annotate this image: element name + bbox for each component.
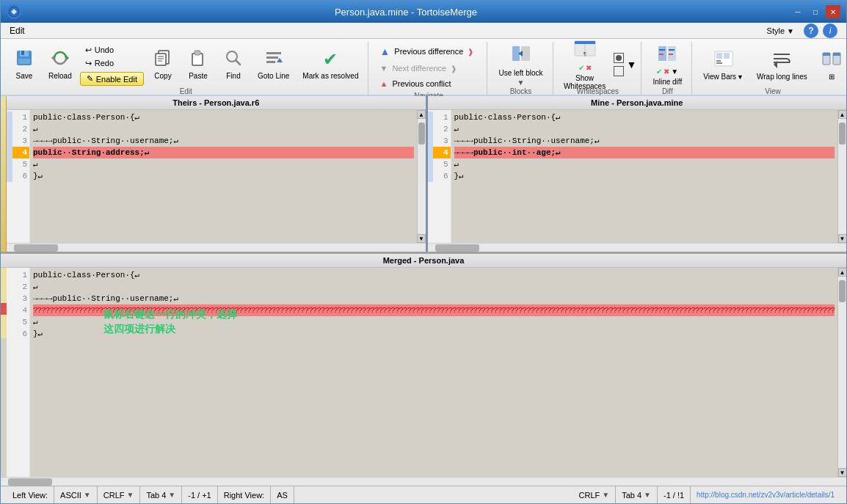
svg-rect-16 (266, 52, 281, 54)
status-left-line-endings[interactable]: CRLF ▼ (98, 486, 141, 503)
ribbon-group-edit: Save Reload (4, 42, 368, 95)
ws-option-2[interactable] (614, 66, 624, 76)
next-difference-button[interactable]: ▼ Next difference ❱ (374, 62, 482, 75)
inline-diff-x: ✖ (664, 67, 669, 76)
merged-vscrollbar[interactable]: ▲ ▼ (837, 268, 846, 477)
ws-option-1[interactable] (614, 53, 624, 63)
svg-rect-4 (18, 59, 30, 64)
svg-rect-8 (156, 54, 166, 65)
redo-button[interactable]: ↪ Redo (80, 56, 144, 70)
app-icon (7, 4, 21, 19)
svg-rect-3 (21, 51, 24, 55)
svg-rect-13 (195, 51, 200, 55)
reload-button[interactable]: Reload (43, 43, 77, 86)
paste-button[interactable]: Paste (182, 43, 214, 86)
status-bar: Left View: ASCII ▼ CRLF ▼ Tab 4 ▼ -1 / +… (1, 486, 846, 503)
find-icon (225, 49, 242, 70)
merged-area: Merged - Person.java 1 2 3 ⚠4 (1, 254, 846, 486)
copy-button[interactable]: Copy (147, 43, 179, 86)
menu-bar: Edit Style ▼ ? i (1, 23, 846, 39)
help-button[interactable]: ? (804, 23, 818, 38)
minimize-button[interactable]: ─ (790, 5, 805, 18)
view-bars-icon (713, 48, 734, 70)
inline-diff-dropdown: ▼ (671, 67, 678, 76)
mine-line-numbers: 1 2 3 4 5 6 (428, 110, 451, 243)
status-left-view-label: Left View: (7, 486, 54, 503)
status-left-position: -1 / +1 (182, 486, 218, 503)
status-right-encoding[interactable]: AS (271, 486, 294, 503)
undo-redo-stack: ↩ Undo ↪ Redo (80, 43, 144, 70)
maximize-button[interactable]: □ (808, 5, 823, 18)
svg-text:¶: ¶ (583, 51, 586, 57)
undo-icon: ↩ (85, 45, 92, 55)
mine-pane: Mine - Person.java.mine 1 2 3 4 5 (428, 96, 847, 252)
app-window: Person.java.mine - TortoiseMerge ─ □ ✕ E… (0, 0, 847, 504)
theirs-hscrollbar[interactable] (7, 243, 426, 252)
ribbon-group-whitespaces: ¶ ✔ ✖ Show Whitespaces ▼ (555, 42, 642, 95)
status-left-encoding[interactable]: ASCII ▼ (54, 486, 98, 503)
info-button[interactable]: i (823, 23, 837, 38)
ribbon-group-navigate: ▲ Previous difference ❱ ▼ Next differenc… (370, 42, 487, 95)
top-editors: Theirs - Person.java.r6 1 2 3 4 5 (1, 96, 846, 254)
menu-item-edit[interactable]: Edit (4, 24, 31, 37)
merged-header: Merged - Person.java (1, 254, 846, 268)
show-whitespaces-button[interactable]: ¶ ✔ ✖ Show Whitespaces (559, 43, 611, 86)
svg-rect-25 (575, 41, 585, 44)
ws-x-icon: ✖ (586, 64, 592, 72)
mine-hscrollbar[interactable] (428, 243, 847, 252)
window-title: Person.java.mine - TortoiseMerge (21, 7, 790, 18)
theirs-vscrollbar[interactable]: ▲ ▼ (417, 110, 426, 243)
svg-rect-37 (716, 60, 721, 62)
previous-conflict-button[interactable]: ▲ Previous conflict (374, 77, 482, 90)
enable-edit-button[interactable]: ✎ Enable Edit (80, 72, 144, 86)
svg-marker-6 (51, 55, 54, 61)
use-left-block-button[interactable]: Use left block ▼ (493, 43, 548, 86)
style-button[interactable]: Style ▼ (762, 24, 799, 37)
find-button[interactable]: Find (217, 43, 250, 86)
title-bar: Person.java.mine - TortoiseMerge ─ □ ✕ (1, 1, 846, 23)
mark-as-resolved-button[interactable]: ✔ Mark as resolved (297, 43, 363, 86)
svg-rect-46 (833, 53, 840, 56)
svg-rect-35 (716, 53, 722, 59)
merged-left-gutter (1, 268, 7, 477)
close-button[interactable]: ✕ (826, 5, 840, 18)
theirs-pane: Theirs - Person.java.r6 1 2 3 4 5 (7, 96, 428, 252)
status-left-tab[interactable]: Tab 4 ▼ (140, 486, 182, 503)
save-icon (15, 49, 33, 70)
paste-icon (189, 49, 207, 70)
reload-icon (51, 49, 69, 70)
save-button[interactable]: Save (8, 43, 40, 86)
status-website[interactable]: http://blog.csdn.net/zv2v3v/article/deta… (691, 491, 840, 499)
goto-line-button[interactable]: Goto Line (252, 43, 294, 86)
theirs-header: Theirs - Person.java.r6 (7, 96, 426, 110)
svg-rect-18 (266, 61, 275, 63)
copy-icon (154, 49, 172, 70)
merged-line-numbers: 1 2 3 ⚠4 5 6 (7, 268, 30, 477)
view-bars-dropdown: ▼ (737, 73, 744, 81)
previous-difference-button[interactable]: ▲ Previous difference ❱ (374, 43, 482, 59)
status-right-line-endings[interactable]: CRLF ▼ (573, 486, 617, 503)
edit-buttons: Save Reload (8, 43, 363, 86)
show-ws-icon: ¶ (573, 40, 597, 62)
next-diff-icon: ▼ (379, 64, 388, 73)
ribbon: Save Reload (1, 39, 846, 96)
redo-icon: ↪ (85, 59, 92, 68)
undo-button[interactable]: ↩ Undo (80, 43, 144, 56)
mine-vscrollbar[interactable]: ▲ ▼ (837, 110, 846, 243)
use-left-block-dropdown: ▼ (517, 78, 525, 87)
extra-view-button[interactable]: ⊞ (815, 43, 847, 86)
status-right-tab[interactable]: Tab 4 ▼ (616, 486, 658, 503)
prev-conflict-icon: ▲ (379, 79, 388, 88)
ribbon-group-view: View Bars ▼ Wrap long line (694, 42, 847, 95)
goto-line-icon (265, 49, 283, 70)
wrap-long-lines-button[interactable]: Wrap long lines (752, 43, 813, 86)
inline-diff-button[interactable]: ✔ ✖ ▼ Inline diff (647, 43, 687, 86)
view-bars-button[interactable]: View Bars ▼ (698, 43, 749, 86)
merged-code: public·class·Person·{↵ ↵ →→→→public··Str… (30, 268, 837, 477)
ws-dropdown-icon[interactable]: ▼ (627, 59, 637, 70)
svg-rect-26 (585, 41, 595, 44)
merged-hscrollbar[interactable] (1, 477, 846, 486)
theirs-code: public·class·Person·{↵ ↵ →→→→public··Str… (30, 110, 417, 243)
svg-rect-36 (724, 53, 730, 59)
mine-header: Mine - Person.java.mine (428, 96, 847, 110)
